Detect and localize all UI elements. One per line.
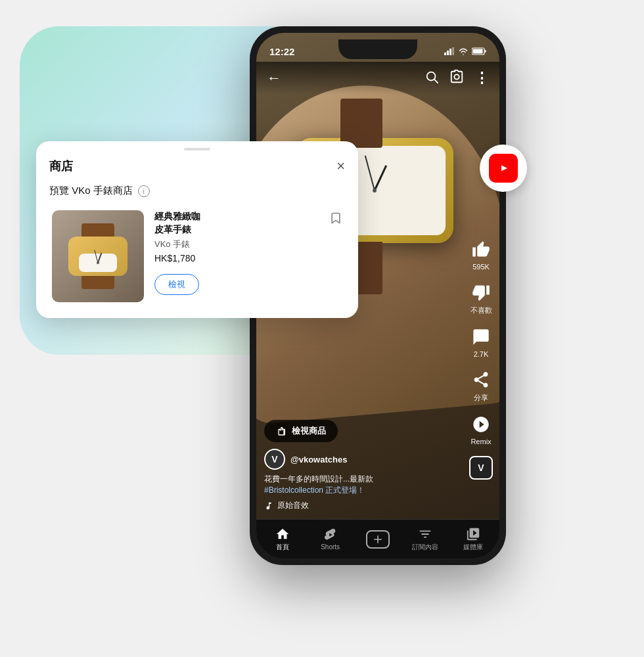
- video-description: 花費一年多的時間設計...最新款 #Bristolcollection 正式登場…: [264, 474, 492, 496]
- back-button[interactable]: ←: [267, 70, 281, 87]
- product-card: 經典雅緻咖 皮革手錶 VKo 手錶 HK$1,780 檢視: [49, 208, 345, 305]
- like-icon: [470, 238, 492, 261]
- tab-shorts-label: Shorts: [321, 543, 340, 551]
- create-icon[interactable]: [366, 530, 390, 549]
- sheet-subtitle: 預覽 VKo 手錶商店 i: [49, 185, 345, 197]
- shorts-icon: [323, 528, 338, 542]
- subscriptions-icon: [418, 527, 432, 541]
- product-info: 經典雅緻咖 皮革手錶 VKo 手錶 HK$1,780 檢視: [154, 210, 342, 295]
- mini-watch-case: [68, 237, 127, 276]
- phone-notch: [338, 39, 417, 59]
- tab-library[interactable]: 媒體庫: [449, 527, 497, 552]
- svg-rect-3: [452, 47, 454, 55]
- view-button[interactable]: 檢視: [154, 274, 199, 295]
- camera-button[interactable]: [449, 70, 464, 87]
- mini-watch-dial: [79, 254, 117, 272]
- sheet-header: 商店 ×: [49, 158, 345, 174]
- audio-label: 原始音效: [277, 500, 309, 511]
- product-price: HK$1,780: [154, 253, 342, 263]
- youtube-logo: [480, 145, 527, 192]
- like-count: 595K: [472, 263, 490, 271]
- tab-library-label: 媒體庫: [463, 543, 483, 552]
- tab-home-label: 首頁: [276, 543, 289, 552]
- hashtag: #Bristolcollection 正式登場！: [264, 486, 365, 495]
- svg-rect-2: [449, 49, 451, 55]
- share-action[interactable]: 分享: [470, 369, 492, 403]
- tab-subscriptions-label: 訂閱內容: [412, 543, 438, 552]
- library-icon: [466, 527, 480, 541]
- channel-avatar[interactable]: V: [264, 449, 285, 470]
- view-product-label: 檢視商品: [292, 425, 326, 437]
- scene: 12:22: [0, 0, 644, 657]
- sheet-handle: [184, 148, 210, 150]
- bag-icon: [276, 426, 287, 436]
- bottom-tab-bar: 首頁 Shorts 訂閱內容 媒體庫: [256, 519, 499, 558]
- channel-handle[interactable]: @vkowatches: [290, 455, 347, 464]
- top-nav: ← ⋮: [256, 62, 499, 95]
- dislike-action[interactable]: 不喜歡: [470, 281, 492, 315]
- product-name: 經典雅緻咖 皮革手錶: [154, 210, 342, 236]
- home-icon: [275, 527, 290, 541]
- channel-row: V @vkowatches: [264, 449, 492, 470]
- product-brand: VKo 手錶: [154, 238, 342, 250]
- svg-line-8: [434, 79, 438, 83]
- battery-icon: [472, 47, 486, 55]
- yt-play-icon: [494, 162, 513, 175]
- svg-point-9: [454, 74, 459, 79]
- comment-count: 2.7K: [474, 350, 489, 358]
- dislike-icon: [470, 281, 492, 304]
- yt-icon: [489, 154, 518, 183]
- bookmark-icon: [329, 210, 342, 226]
- share-icon: [470, 369, 492, 391]
- mini-watch: [62, 223, 134, 289]
- product-image: [52, 210, 144, 302]
- sheet-title: 商店: [49, 158, 73, 174]
- product-sheet: 商店 × 預覽 VKo 手錶商店 i: [36, 141, 358, 318]
- svg-rect-1: [447, 51, 449, 55]
- bottom-overlay: 檢視商品 V @vkowatches 花費一年多的時間設計...最新款 #Bri…: [256, 420, 499, 519]
- info-icon[interactable]: i: [138, 185, 150, 197]
- share-label: 分享: [474, 393, 488, 403]
- bookmark-button[interactable]: [329, 210, 342, 229]
- tab-create[interactable]: [354, 530, 402, 549]
- wifi-icon: [458, 47, 469, 55]
- comment-action[interactable]: 2.7K: [470, 326, 492, 358]
- tab-home[interactable]: 首頁: [259, 527, 306, 552]
- comment-icon: [470, 326, 492, 348]
- svg-rect-0: [444, 53, 446, 55]
- view-product-button[interactable]: 檢視商品: [264, 420, 338, 442]
- svg-rect-6: [485, 50, 486, 53]
- status-time: 12:22: [269, 46, 294, 57]
- nav-actions: ⋮: [425, 70, 489, 87]
- audio-row: 原始音效: [264, 500, 492, 511]
- more-button[interactable]: ⋮: [474, 70, 489, 87]
- signal-icon: [444, 47, 455, 55]
- like-action[interactable]: 595K: [470, 238, 492, 271]
- music-icon: [264, 501, 273, 510]
- sheet-close-button[interactable]: ×: [336, 159, 345, 173]
- svg-rect-5: [473, 49, 483, 54]
- dislike-label: 不喜歡: [471, 306, 492, 315]
- tab-subscriptions[interactable]: 訂閱內容: [402, 527, 449, 552]
- status-icons: [444, 47, 486, 55]
- search-button[interactable]: [425, 70, 439, 87]
- tab-shorts[interactable]: Shorts: [306, 528, 354, 551]
- plus-icon: [371, 533, 384, 546]
